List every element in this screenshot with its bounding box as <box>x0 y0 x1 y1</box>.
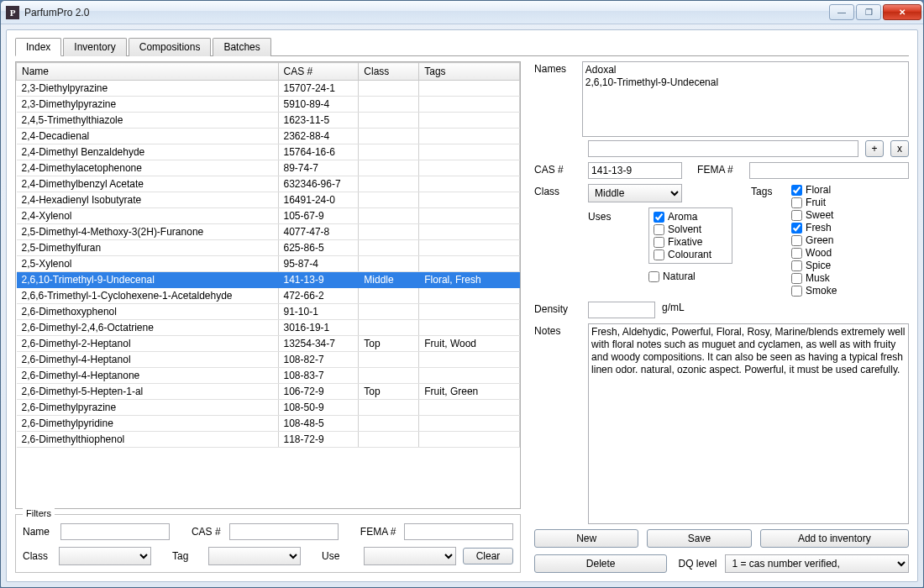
cell: 2,4-Hexadienyl Isobutyrate <box>17 192 279 208</box>
tag-checkbox[interactable] <box>791 235 802 246</box>
tab-batches[interactable]: Batches <box>213 38 270 56</box>
dq-level-select[interactable]: 1 = cas number verified, <box>725 554 909 573</box>
close-button[interactable]: ✕ <box>883 4 921 20</box>
tag-option[interactable]: Floral <box>791 184 909 196</box>
tab-inventory[interactable]: Inventory <box>63 38 126 56</box>
table-row[interactable]: 2,4-Decadienal2362-88-4 <box>17 129 520 144</box>
density-input[interactable] <box>588 302 655 318</box>
cell: 2,5-Dimethylfuran <box>17 240 279 256</box>
remove-alias-button[interactable]: x <box>890 140 909 157</box>
tag-option[interactable]: Wood <box>791 247 909 259</box>
table-row[interactable]: 2,4,5-Trimethylthiazole1623-11-5 <box>17 113 520 129</box>
filter-cas-input[interactable] <box>229 523 339 540</box>
table-row[interactable]: 2,6-Dimethylpyrazine108-50-9 <box>17 400 520 416</box>
add-to-inventory-button[interactable]: Add to inventory <box>760 529 909 548</box>
table-row[interactable]: 2,6-Dimethylthiophenol118-72-9 <box>17 432 520 448</box>
tag-option[interactable]: Sweet <box>791 209 909 221</box>
use-option[interactable]: Fixative <box>654 236 727 248</box>
window-title: ParfumPro 2.0 <box>24 7 827 18</box>
new-button[interactable]: New <box>534 529 638 548</box>
cas-input[interactable] <box>588 162 682 179</box>
cell: 2,5-Xylenol <box>17 256 279 272</box>
cell <box>419 432 520 448</box>
delete-button[interactable]: Delete <box>534 554 667 573</box>
table-row[interactable]: 2,4-Dimethylacetophenone89-74-7 <box>17 160 520 176</box>
cell: Top <box>359 336 419 352</box>
table-row[interactable]: 2,4-Dimethylbenzyl Acetate632346-96-7 <box>17 176 520 192</box>
cell: 4077-47-8 <box>278 224 359 240</box>
table-row[interactable]: 2,5-Xylenol95-87-4 <box>17 256 520 272</box>
names-textarea[interactable]: Adoxal 2,6,10-Trimethyl-9-Undecenal <box>582 61 909 137</box>
titlebar[interactable]: P ParfumPro 2.0 — ❐ ✕ <box>1 1 923 24</box>
cell: 2,6,10-Trimethyl-9-Undecenal <box>17 272 279 288</box>
table-row[interactable]: 2,6-Dimethyl-4-Heptanol108-82-7 <box>17 352 520 368</box>
tag-option[interactable]: Musk <box>791 272 909 284</box>
use-option[interactable]: Solvent <box>654 223 727 235</box>
table-row[interactable]: 2,6-Dimethyl-5-Hepten-1-al106-72-9TopFru… <box>17 384 520 400</box>
table-row[interactable]: 2,6-Dimethyl-2,4,6-Octatriene3016-19-1 <box>17 320 520 336</box>
tag-option[interactable]: Spice <box>791 260 909 271</box>
tag-label: Musk <box>806 272 830 284</box>
filter-fema-input[interactable] <box>404 523 513 540</box>
class-select[interactable]: Middle <box>588 184 682 202</box>
use-checkbox[interactable] <box>654 224 664 235</box>
tab-compositions[interactable]: Compositions <box>129 38 212 56</box>
notes-textarea[interactable]: Fresh, Aldehydic, Powerful, Floral, Rosy… <box>588 323 909 524</box>
column-header[interactable]: Class <box>359 63 419 81</box>
clear-filters-button[interactable]: Clear <box>463 548 513 564</box>
tag-option[interactable]: Fresh <box>791 222 909 234</box>
add-alias-button[interactable]: + <box>865 140 884 157</box>
cell: 108-50-9 <box>278 400 359 416</box>
column-header[interactable]: CAS # <box>278 63 359 81</box>
tab-index[interactable]: Index <box>15 38 61 56</box>
table-row[interactable]: 2,4-Xylenol105-67-9 <box>17 208 520 224</box>
table-row[interactable]: 2,3-Diethylpyrazine15707-24-1 <box>17 81 520 97</box>
table-row[interactable]: 2,4-Hexadienyl Isobutyrate16491-24-0 <box>17 192 520 208</box>
tag-checkbox[interactable] <box>791 260 802 271</box>
fema-input[interactable] <box>749 162 909 179</box>
table-row[interactable]: 2,3-Dimethylpyrazine5910-89-4 <box>17 97 520 113</box>
table-row[interactable]: 2,6-Dimethylpyridine108-48-5 <box>17 416 520 432</box>
filter-name-input[interactable] <box>60 523 170 540</box>
alias-input[interactable] <box>588 140 858 157</box>
tag-option[interactable]: Green <box>791 234 909 246</box>
cell <box>419 129 520 144</box>
table-row[interactable]: 2,4-Dimethyl Benzaldehyde15764-16-6 <box>17 144 520 160</box>
tag-option[interactable]: Fruit <box>791 197 909 208</box>
save-button[interactable]: Save <box>647 529 751 548</box>
use-checkbox[interactable] <box>654 249 664 260</box>
ingredient-table[interactable]: NameCAS #ClassTags 2,3-Diethylpyrazine15… <box>16 62 520 448</box>
use-checkbox[interactable] <box>654 212 664 223</box>
column-header[interactable]: Tags <box>419 63 520 81</box>
natural-checkbox[interactable] <box>648 271 659 282</box>
ingredient-table-scroll[interactable]: NameCAS #ClassTags 2,3-Diethylpyrazine15… <box>16 62 520 508</box>
minimize-button[interactable]: — <box>829 4 854 20</box>
table-row[interactable]: 2,6-Dimethyl-2-Heptanol13254-34-7TopFrui… <box>17 336 520 352</box>
tag-checkbox[interactable] <box>791 286 802 297</box>
tag-option[interactable]: Smoke <box>791 285 909 297</box>
filter-use-select[interactable] <box>364 547 456 565</box>
filter-class-select[interactable] <box>59 547 151 565</box>
maximize-button[interactable]: ❐ <box>856 4 881 20</box>
table-row[interactable]: 2,6-Dimethyl-4-Heptanone108-83-7 <box>17 368 520 384</box>
tag-checkbox[interactable] <box>791 185 802 196</box>
use-option[interactable]: Aroma <box>654 211 727 223</box>
tag-checkbox[interactable] <box>791 248 802 259</box>
table-row[interactable]: 2,6,6-Trimethyl-1-Cyclohexene-1-Acetalde… <box>17 288 520 304</box>
detail-pane: Names Adoxal 2,6,10-Trimethyl-9-Undecena… <box>534 61 909 573</box>
use-option[interactable]: Colourant <box>654 249 727 260</box>
tag-checkbox[interactable] <box>791 273 802 284</box>
use-checkbox[interactable] <box>654 237 664 248</box>
column-header[interactable]: Name <box>17 63 279 81</box>
cell: 16491-24-0 <box>278 192 359 208</box>
table-row[interactable]: 2,5-Dimethyl-4-Methoxy-3(2H)-Furanone407… <box>17 224 520 240</box>
names-label: Names <box>534 61 575 75</box>
table-row[interactable]: 2,5-Dimethylfuran625-86-5 <box>17 240 520 256</box>
tag-checkbox[interactable] <box>791 197 802 208</box>
tag-checkbox[interactable] <box>791 223 802 234</box>
table-row[interactable]: 2,6-Dimethoxyphenol91-10-1 <box>17 304 520 320</box>
filter-tag-select[interactable] <box>208 547 301 565</box>
table-row[interactable]: 2,6,10-Trimethyl-9-Undecenal141-13-9Midd… <box>17 272 520 288</box>
cell: 13254-34-7 <box>278 336 359 352</box>
tag-checkbox[interactable] <box>791 210 802 221</box>
